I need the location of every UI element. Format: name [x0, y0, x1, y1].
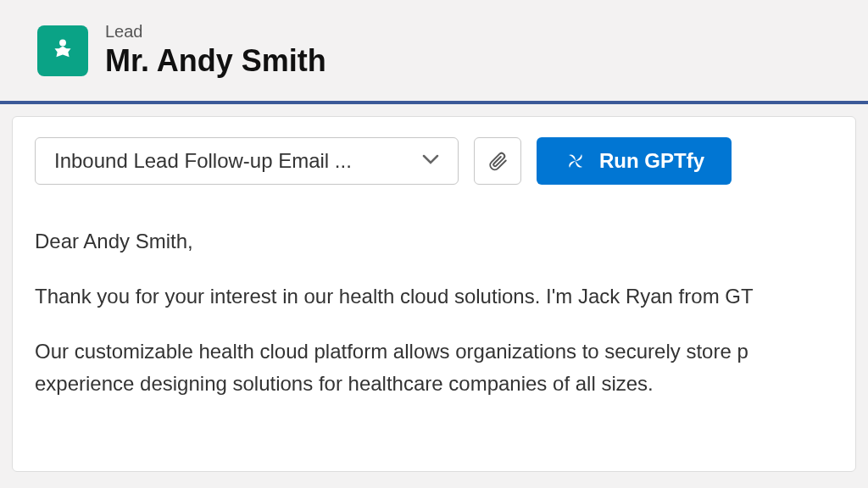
attachment-button[interactable] — [474, 137, 521, 185]
email-paragraph-2b: experience designing solutions for healt… — [35, 368, 833, 399]
action-row: Inbound Lead Follow-up Email ... — [35, 137, 833, 185]
email-paragraph-1: Thank you for your interest in our healt… — [35, 280, 833, 312]
lead-entity-icon — [37, 25, 88, 76]
record-type-label: Lead — [105, 22, 326, 42]
main-content-card: Inbound Lead Follow-up Email ... — [12, 116, 856, 472]
template-dropdown[interactable]: Inbound Lead Follow-up Email ... — [35, 137, 459, 185]
person-star-icon — [47, 35, 79, 67]
run-button-label: Run GPTfy — [599, 149, 704, 173]
email-greeting: Dear Andy Smith, — [35, 225, 833, 257]
paperclip-icon — [487, 150, 509, 172]
template-selected-label: Inbound Lead Follow-up Email ... — [54, 149, 352, 173]
record-header: Lead Mr. Andy Smith — [0, 0, 868, 104]
record-name: Mr. Andy Smith — [105, 43, 326, 79]
svg-point-0 — [59, 39, 66, 46]
email-body: Dear Andy Smith, Thank you for your inte… — [35, 225, 833, 399]
pinwheel-icon — [564, 149, 587, 173]
email-paragraph-2a: Our customizable health cloud platform a… — [35, 336, 833, 367]
chevron-down-icon — [422, 153, 439, 169]
run-gptfy-button[interactable]: Run GPTfy — [537, 137, 732, 185]
